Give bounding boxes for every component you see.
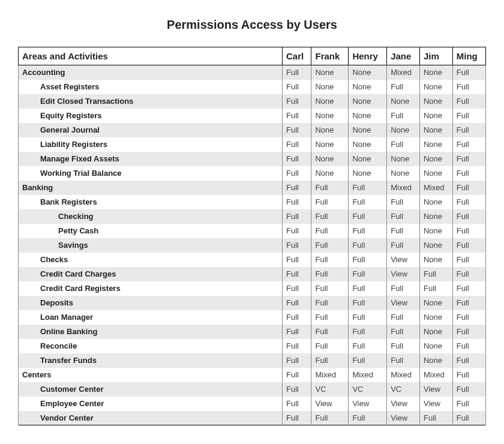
activity-label: Customer Center [19,382,283,397]
permission-cell: Full [349,238,387,253]
permission-cell: Full [387,325,420,339]
table-row: ReconcileFullFullFullFullNoneFull [19,339,486,353]
permission-cell: Full [311,181,349,195]
permission-cell: Full [452,65,485,80]
permission-cell: Full [452,382,485,397]
table-row: Loan ManagerFullFullFullFullNoneFull [19,310,486,325]
permission-cell: Full [452,94,485,109]
permission-cell: Full [311,296,349,310]
activity-label: Checks [19,253,283,267]
permission-cell: View [387,253,420,267]
permission-cell: Full [311,238,349,253]
permission-cell: Full [452,238,485,253]
column-header-user: Jim [419,47,452,65]
permission-cell: Full [283,310,311,325]
table-row: Working Trial BalanceFullNoneNoneNoneNon… [19,166,486,181]
permission-cell: None [419,325,452,339]
permission-cell: Full [283,65,311,80]
activity-label: Petty Cash [19,224,283,238]
permission-cell: Full [387,224,420,238]
permission-cell: None [419,339,452,353]
permission-cell: Full [349,253,387,267]
permission-cell: Full [452,353,485,368]
table-row: Petty CashFullFullFullFullNoneFull [19,224,486,238]
permission-cell: None [349,109,387,123]
permission-cell: Full [349,353,387,368]
permission-cell: Mixed [387,65,420,80]
permission-cell: Full [311,339,349,353]
permission-cell: Mixed [349,368,387,382]
table-row: DepositsFullFullFullViewNoneFull [19,296,486,310]
permission-cell: Full [283,267,311,281]
permission-cell: Full [349,296,387,310]
table-row: Vendor CenterFullFullFullViewFullFull [19,411,486,425]
activity-label: Credit Card Registers [19,281,283,296]
permission-cell: Full [452,195,485,209]
table-row: CentersFullMixedMixedMixedMixedFull [19,368,486,382]
permission-cell: Full [387,209,420,224]
permission-cell: Full [452,181,485,195]
permission-cell: None [419,310,452,325]
permission-cell: None [349,65,387,80]
permission-cell: Full [283,80,311,94]
permission-cell: Full [349,195,387,209]
permission-cell: Full [311,310,349,325]
column-header-user: Jane [387,47,420,65]
permission-cell: Full [452,123,485,137]
permission-cell: Full [349,281,387,296]
permission-cell: None [311,65,349,80]
permission-cell: Full [452,397,485,411]
permission-cell: Full [452,253,485,267]
table-row: Liability RegistersFullNoneNoneFullNoneF… [19,137,486,152]
permission-cell: Full [349,209,387,224]
permission-cell: Full [387,310,420,325]
permission-cell: Full [283,123,311,137]
permission-cell: Full [283,339,311,353]
permission-cell: Full [387,281,420,296]
permission-cell: None [419,296,452,310]
table-row: BankingFullFullFullMixedMixedFull [19,181,486,195]
permission-cell: View [387,296,420,310]
permission-cell: Full [283,209,311,224]
permission-cell: Full [311,353,349,368]
permission-cell: Full [283,238,311,253]
activity-label: Vendor Center [19,411,283,425]
permission-cell: Full [311,267,349,281]
permission-cell: View [387,411,420,425]
permission-cell: View [311,397,349,411]
activity-label: Transfer Funds [19,353,283,368]
table-row: Employee CenterFullViewViewViewViewFull [19,397,486,411]
table-row: CheckingFullFullFullFullNoneFull [19,209,486,224]
permission-cell: Full [311,411,349,425]
permission-cell: None [419,94,452,109]
permission-cell: None [387,152,420,166]
permission-cell: Full [311,209,349,224]
activity-label: Bank Registers [19,195,283,209]
permission-cell: Full [283,137,311,152]
activity-label: Working Trial Balance [19,166,283,181]
permission-cell: Full [452,310,485,325]
activity-label: Accounting [19,65,283,80]
permission-cell: None [311,137,349,152]
permission-cell: Full [349,224,387,238]
permission-cell: Full [349,267,387,281]
permission-cell: None [419,253,452,267]
activity-label: Asset Registers [19,80,283,94]
permission-cell: Mixed [311,368,349,382]
table-row: Asset RegistersFullNoneNoneFullNoneFull [19,80,486,94]
permission-cell: View [419,397,452,411]
table-body: AccountingFullNoneNoneMixedNoneFullAsset… [19,65,486,425]
table-row: Manage Fixed AssetsFullNoneNoneNoneNoneF… [19,152,486,166]
permission-cell: View [419,382,452,397]
permission-cell: Full [387,195,420,209]
table-row: General JournalFullNoneNoneNoneNoneFull [19,123,486,137]
permission-cell: None [419,353,452,368]
permission-cell: Full [452,281,485,296]
permission-cell: Full [452,368,485,382]
permission-cell: Mixed [419,181,452,195]
table-row: SavingsFullFullFullFullNoneFull [19,238,486,253]
permission-cell: Full [283,281,311,296]
permission-cell: Full [283,325,311,339]
permission-cell: None [419,123,452,137]
permission-cell: None [387,94,420,109]
